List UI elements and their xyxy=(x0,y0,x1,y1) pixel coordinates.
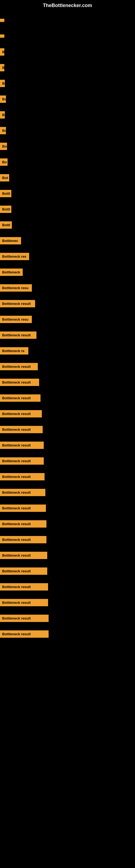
list-item: B xyxy=(0,75,135,91)
bottleneck-result-label[interactable]: Bottleneck result xyxy=(0,457,44,465)
list-item: Bottleneck result xyxy=(0,296,135,311)
bottleneck-result-label[interactable]: Bottleneck re xyxy=(0,347,28,354)
list-item: Bottleneck result xyxy=(0,406,135,422)
list-item: Bottleneck resu xyxy=(0,280,135,296)
bottleneck-result-label[interactable]: Bottleneck result xyxy=(0,567,47,575)
bottleneck-result-label[interactable]: Bottleneck result xyxy=(0,442,44,449)
bottleneck-result-label[interactable]: Bottl xyxy=(0,206,11,213)
list-item: B xyxy=(0,60,135,75)
bottleneck-result-label[interactable]: Bottleneck result xyxy=(0,489,45,496)
list-item: Bottleneck result xyxy=(0,469,135,485)
bottleneck-result-label[interactable]: Bottleneck result xyxy=(0,630,49,638)
list-item: Bo xyxy=(0,138,135,154)
bottleneck-result-label[interactable]: Bo xyxy=(0,127,6,134)
bottleneck-result-label[interactable]: Bot xyxy=(0,174,9,182)
bottleneck-result-label[interactable]: Bottleneck result xyxy=(0,583,48,590)
bottleneck-result-label[interactable]: Bottleneck resu xyxy=(0,316,32,323)
list-item: Bottleneck resu xyxy=(0,311,135,327)
bottleneck-result-label[interactable]: Bottleneck resu xyxy=(0,284,32,291)
bottleneck-result-label[interactable]: Bottleneck result xyxy=(0,599,48,606)
list-item: Bottleneck result xyxy=(0,532,135,547)
list-item: Bottleneck result xyxy=(0,610,135,626)
list-item: Bottleneck result xyxy=(0,563,135,579)
list-item xyxy=(0,12,135,28)
bottleneck-result-label[interactable]: Bottleneck result xyxy=(0,410,42,417)
bottleneck-result-label[interactable]: B xyxy=(0,111,5,119)
list-item: Bot xyxy=(0,170,135,186)
items-container: BBBBoBBoBoBoBotBottlBottlBottlBottlenecB… xyxy=(0,10,135,642)
site-title: TheBottlenecker.com xyxy=(0,0,135,10)
bottleneck-result-label[interactable]: B xyxy=(0,80,5,87)
list-item: Bo xyxy=(0,91,135,107)
bottleneck-result-label[interactable]: Bottl xyxy=(0,221,12,229)
list-item: Bottl xyxy=(0,217,135,233)
bottleneck-result-label[interactable]: Bottleneck res xyxy=(0,253,29,260)
list-item: Bottleneck result xyxy=(0,485,135,500)
bottleneck-result-label[interactable]: Bottleneck result xyxy=(0,426,43,433)
bottleneck-result-label[interactable]: Bo xyxy=(0,143,7,150)
list-item: Bottleneck result xyxy=(0,327,135,343)
list-item: Bottleneck result xyxy=(0,626,135,642)
bottleneck-result-label[interactable]: Bottleneck result xyxy=(0,332,37,339)
list-item: Bottleneck res xyxy=(0,248,135,264)
list-item: Bottl xyxy=(0,201,135,217)
list-item: Bottleneck result xyxy=(0,516,135,532)
bottleneck-result-label[interactable]: Bottleneck result xyxy=(0,379,39,386)
bottleneck-result-label[interactable]: Bo xyxy=(0,158,8,166)
list-item: Bottleneck result xyxy=(0,453,135,469)
bottleneck-result-label[interactable]: Bottleneck result xyxy=(0,300,35,307)
bottleneck-result-label[interactable]: Bo xyxy=(0,95,6,103)
bottleneck-result-label[interactable]: Bottl xyxy=(0,190,11,197)
list-item: Bottleneck result xyxy=(0,595,135,610)
list-item: Bottleneck xyxy=(0,264,135,280)
list-item: Bo xyxy=(0,154,135,170)
list-item: Bottleneck result xyxy=(0,437,135,453)
list-item: Bottleneck result xyxy=(0,359,135,374)
list-item: Bottleneck result xyxy=(0,547,135,563)
list-item: Bottleneck result xyxy=(0,422,135,437)
bottleneck-result-label[interactable]: Bottleneck result xyxy=(0,473,45,480)
list-item xyxy=(0,28,135,44)
bottleneck-result-label[interactable]: Bottleneck result xyxy=(0,615,49,622)
bottleneck-result-label[interactable] xyxy=(0,19,4,22)
list-item: Bottleneck re xyxy=(0,343,135,359)
list-item: Bottlenec xyxy=(0,233,135,248)
bottleneck-result-label[interactable]: Bottleneck result xyxy=(0,520,46,528)
list-item: Bottleneck result xyxy=(0,500,135,516)
list-item: Bo xyxy=(0,123,135,138)
bottleneck-result-label[interactable]: B xyxy=(0,64,4,71)
bottleneck-result-label[interactable]: B xyxy=(0,48,4,56)
bottleneck-result-label[interactable]: Bottleneck xyxy=(0,269,23,276)
bottleneck-result-label[interactable] xyxy=(0,34,4,38)
list-item: Bottl xyxy=(0,186,135,201)
bottleneck-result-label[interactable]: Bottleneck result xyxy=(0,363,38,370)
bottleneck-result-label[interactable]: Bottlenec xyxy=(0,237,21,244)
bottleneck-result-label[interactable]: Bottleneck result xyxy=(0,504,46,512)
bottleneck-result-label[interactable]: Bottleneck result xyxy=(0,394,41,402)
bottleneck-result-label[interactable]: Bottleneck result xyxy=(0,552,47,559)
list-item: Bottleneck result xyxy=(0,374,135,390)
list-item: Bottleneck result xyxy=(0,390,135,406)
list-item: Bottleneck result xyxy=(0,579,135,595)
bottleneck-result-label[interactable]: Bottleneck result xyxy=(0,536,46,543)
list-item: B xyxy=(0,107,135,123)
list-item: B xyxy=(0,44,135,60)
